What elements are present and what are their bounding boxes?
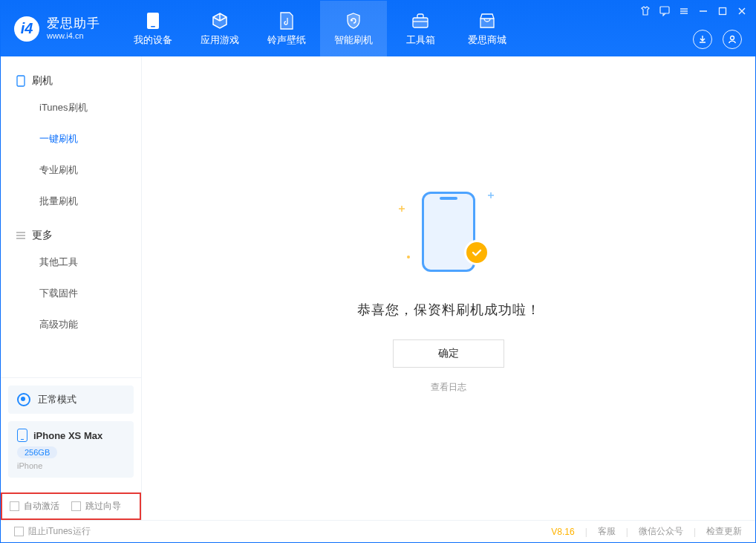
device-mode-card[interactable]: 正常模式 [8,386,134,414]
store-icon [478,11,497,30]
sidebar-item-itunes-flash[interactable]: iTunes刷机 [1,92,141,123]
sidebar: 刷机 iTunes刷机 一键刷机 专业刷机 批量刷机 更多 其他工具 下载固件 … [1,56,142,520]
sidebar-item-batch-flash[interactable]: 批量刷机 [1,186,141,217]
feedback-icon[interactable] [659,5,671,17]
separator: | [694,527,696,537]
user-account-button[interactable] [723,30,742,49]
logo-area: i4 爱思助手 www.i4.cn [1,1,114,56]
device-name: iPhone XS Max [33,430,102,441]
svg-point-17 [407,256,410,259]
sidebar-item-advanced[interactable]: 高级功能 [1,309,141,340]
sidebar-bottom: 正常模式 iPhone XS Max 256GB iPhone [1,377,141,492]
cube-icon [210,11,229,30]
app-logo-icon: i4 [14,16,39,42]
checkbox-label: 自动激活 [24,500,59,513]
list-icon [16,230,26,241]
section-title: 更多 [32,229,53,242]
main-nav: 我的设备 应用游戏 铃声壁纸 智能刷机 工具箱 爱思商城 [120,1,521,56]
separator: | [626,527,628,537]
menu-icon[interactable] [678,5,690,17]
body: 刷机 iTunes刷机 一键刷机 专业刷机 批量刷机 更多 其他工具 下载固件 … [1,56,755,520]
device-capacity-badge: 256GB [17,446,57,458]
app-title: 爱思助手 [47,17,100,31]
app-logo-text: 爱思助手 www.i4.cn [47,17,100,40]
svg-rect-9 [720,8,726,15]
success-illustration [393,183,504,280]
nav-label: 应用游戏 [201,33,239,47]
phone-icon [143,11,163,30]
nav-tab-device[interactable]: 我的设备 [120,1,186,56]
minimize-button[interactable] [697,5,709,17]
nav-tab-store[interactable]: 爱思商城 [454,1,521,56]
nav-label: 爱思商城 [468,33,506,47]
maximize-button[interactable] [717,5,729,17]
sidebar-section-flash: 刷机 [1,62,141,92]
nav-tab-toolbox[interactable]: 工具箱 [387,1,454,56]
sparkle-icon [406,255,412,261]
svg-rect-4 [660,7,669,13]
status-dot-icon [17,393,30,406]
device-type: iPhone [17,461,125,470]
checkbox-label: 阻止iTunes运行 [28,525,91,538]
sidebar-item-other-tools[interactable]: 其他工具 [1,247,141,278]
shirt-icon[interactable] [639,5,651,17]
svg-rect-13 [17,76,25,86]
svg-rect-2 [413,18,428,27]
close-button[interactable] [736,5,748,17]
checkbox-auto-activate[interactable]: 自动激活 [10,500,59,513]
sidebar-item-onekey-flash[interactable]: 一键刷机 [1,123,141,155]
sidebar-scroll: 刷机 iTunes刷机 一键刷机 专业刷机 批量刷机 更多 其他工具 下载固件 … [1,56,141,377]
nav-tab-flash[interactable]: 智能刷机 [320,1,387,56]
ok-button[interactable]: 确定 [393,339,504,368]
section-title: 刷机 [32,74,53,88]
success-check-badge-icon [464,240,489,265]
svg-rect-1 [151,26,155,27]
view-log-link[interactable]: 查看日志 [431,381,466,394]
checkbox-box-icon [14,527,24,536]
success-message: 恭喜您，保资料刷机成功啦！ [357,301,541,319]
version-label: V8.16 [551,527,574,537]
download-button[interactable] [693,30,712,49]
app-subtitle: www.i4.cn [47,31,100,40]
sparkle-icon [399,206,405,212]
nav-label: 铃声壁纸 [267,33,306,47]
device-card[interactable]: iPhone XS Max 256GB iPhone [8,421,134,478]
sidebar-item-download-firmware[interactable]: 下载固件 [1,278,141,309]
checkbox-stop-itunes[interactable]: 阻止iTunes运行 [14,525,91,538]
device-mode-label: 正常模式 [38,393,76,406]
header-right-actions [693,30,742,49]
phone-small-icon [17,429,27,442]
footer-link-service[interactable]: 客服 [598,525,616,538]
svg-point-12 [731,36,734,40]
separator: | [585,527,587,537]
highlighted-checkbox-row: 自动激活 跳过向导 [1,492,141,520]
phone-outline-icon [16,76,26,86]
sidebar-item-pro-flash[interactable]: 专业刷机 [1,155,141,186]
music-file-icon [277,11,296,30]
nav-label: 我的设备 [134,33,172,47]
nav-tab-apps[interactable]: 应用游戏 [186,1,253,56]
footer-link-wechat[interactable]: 微信公众号 [639,525,683,538]
nav-tab-ringtone[interactable]: 铃声壁纸 [253,1,320,56]
sparkle-icon [488,192,494,198]
main-content: 恭喜您，保资料刷机成功啦！ 确定 查看日志 [142,56,755,520]
footer-link-update[interactable]: 检查更新 [706,525,742,538]
title-bar: i4 爱思助手 www.i4.cn 我的设备 应用游戏 铃声壁纸 智能刷机 工具… [1,1,755,56]
window-controls [639,5,748,17]
nav-label: 工具箱 [406,33,435,47]
checkbox-box-icon [71,501,81,511]
checkbox-box-icon [10,501,19,511]
checkbox-label: 跳过向导 [85,500,121,513]
toolbox-icon [411,11,430,30]
status-bar: 阻止iTunes运行 V8.16 | 客服 | 微信公众号 | 检查更新 [1,520,755,542]
footer-links: V8.16 | 客服 | 微信公众号 | 检查更新 [551,525,742,538]
checkbox-skip-guide[interactable]: 跳过向导 [71,500,121,513]
shield-refresh-icon [344,11,363,30]
sidebar-section-more: 更多 [1,217,141,247]
nav-label: 智能刷机 [334,33,373,47]
